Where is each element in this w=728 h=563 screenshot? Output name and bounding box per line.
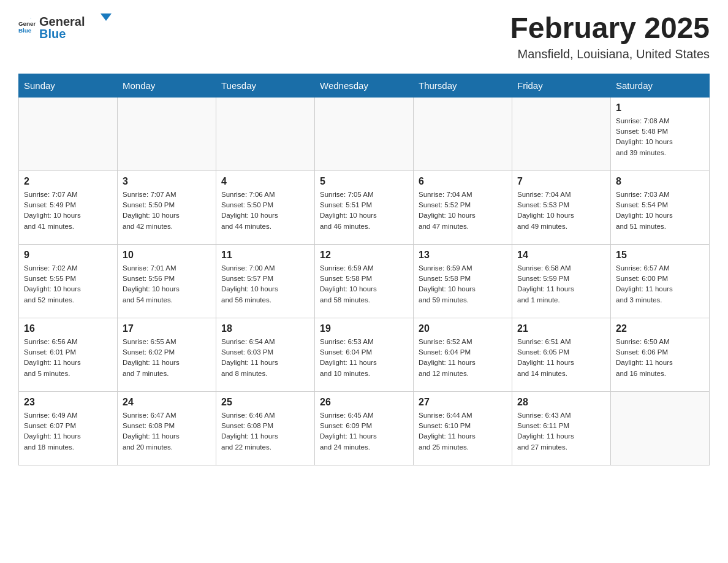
day-info: Sunrise: 7:00 AM Sunset: 5:57 PM Dayligh… bbox=[221, 263, 309, 305]
day-info: Sunrise: 6:45 AM Sunset: 6:09 PM Dayligh… bbox=[320, 410, 408, 453]
day-cell bbox=[512, 97, 611, 170]
svg-text:General: General bbox=[18, 20, 36, 26]
svg-text:Blue: Blue bbox=[39, 27, 66, 40]
page-header: General Blue General Blue February 2025 … bbox=[18, 12, 710, 61]
day-cell: 2Sunrise: 7:07 AM Sunset: 5:49 PM Daylig… bbox=[19, 170, 118, 244]
day-info: Sunrise: 7:05 AM Sunset: 5:51 PM Dayligh… bbox=[320, 190, 408, 232]
location: Mansfield, Louisiana, United States bbox=[510, 47, 710, 61]
day-number: 24 bbox=[123, 397, 211, 408]
col-tuesday: Tuesday bbox=[216, 74, 315, 97]
logo: General Blue General Blue bbox=[18, 12, 119, 40]
day-cell: 14Sunrise: 6:58 AM Sunset: 5:59 PM Dayli… bbox=[512, 244, 611, 318]
day-info: Sunrise: 6:43 AM Sunset: 6:11 PM Dayligh… bbox=[517, 410, 605, 453]
day-cell: 12Sunrise: 6:59 AM Sunset: 5:58 PM Dayli… bbox=[315, 244, 414, 318]
day-number: 12 bbox=[320, 250, 408, 261]
day-cell: 4Sunrise: 7:06 AM Sunset: 5:50 PM Daylig… bbox=[216, 170, 315, 244]
day-number: 5 bbox=[320, 176, 408, 187]
day-info: Sunrise: 6:53 AM Sunset: 6:04 PM Dayligh… bbox=[320, 337, 408, 379]
calendar-table: Sunday Monday Tuesday Wednesday Thursday… bbox=[18, 74, 710, 465]
day-info: Sunrise: 7:06 AM Sunset: 5:50 PM Dayligh… bbox=[221, 190, 309, 232]
day-info: Sunrise: 7:01 AM Sunset: 5:56 PM Dayligh… bbox=[123, 263, 211, 305]
day-info: Sunrise: 6:52 AM Sunset: 6:04 PM Dayligh… bbox=[419, 337, 507, 379]
logo-icon: General Blue bbox=[18, 18, 36, 35]
day-info: Sunrise: 6:47 AM Sunset: 6:08 PM Dayligh… bbox=[123, 410, 211, 453]
day-cell: 1Sunrise: 7:08 AM Sunset: 5:48 PM Daylig… bbox=[611, 97, 710, 170]
day-cell: 15Sunrise: 6:57 AM Sunset: 6:00 PM Dayli… bbox=[611, 244, 710, 318]
day-info: Sunrise: 6:59 AM Sunset: 5:58 PM Dayligh… bbox=[320, 263, 408, 305]
day-info: Sunrise: 6:51 AM Sunset: 6:05 PM Dayligh… bbox=[517, 337, 605, 379]
day-info: Sunrise: 6:44 AM Sunset: 6:10 PM Dayligh… bbox=[419, 410, 507, 453]
day-cell bbox=[315, 97, 414, 170]
col-monday: Monday bbox=[118, 74, 216, 97]
day-number: 9 bbox=[24, 250, 112, 261]
day-info: Sunrise: 7:07 AM Sunset: 5:50 PM Dayligh… bbox=[123, 190, 211, 232]
day-info: Sunrise: 7:08 AM Sunset: 5:48 PM Dayligh… bbox=[616, 116, 704, 158]
svg-marker-4 bbox=[100, 13, 112, 21]
day-cell bbox=[414, 97, 512, 170]
day-cell: 5Sunrise: 7:05 AM Sunset: 5:51 PM Daylig… bbox=[315, 170, 414, 244]
day-info: Sunrise: 6:58 AM Sunset: 5:59 PM Dayligh… bbox=[517, 263, 605, 305]
day-number: 28 bbox=[517, 397, 605, 408]
svg-text:Blue: Blue bbox=[18, 26, 32, 33]
day-number: 18 bbox=[221, 323, 309, 334]
week-row-2: 9Sunrise: 7:02 AM Sunset: 5:55 PM Daylig… bbox=[19, 244, 710, 318]
day-cell bbox=[611, 391, 710, 465]
day-cell: 28Sunrise: 6:43 AM Sunset: 6:11 PM Dayli… bbox=[512, 391, 611, 465]
day-cell: 10Sunrise: 7:01 AM Sunset: 5:56 PM Dayli… bbox=[118, 244, 216, 318]
day-number: 27 bbox=[419, 397, 507, 408]
day-info: Sunrise: 6:50 AM Sunset: 6:06 PM Dayligh… bbox=[616, 337, 704, 379]
week-row-3: 16Sunrise: 6:56 AM Sunset: 6:01 PM Dayli… bbox=[19, 318, 710, 391]
day-cell: 21Sunrise: 6:51 AM Sunset: 6:05 PM Dayli… bbox=[512, 318, 611, 391]
day-number: 23 bbox=[24, 397, 112, 408]
day-cell: 22Sunrise: 6:50 AM Sunset: 6:06 PM Dayli… bbox=[611, 318, 710, 391]
day-cell: 16Sunrise: 6:56 AM Sunset: 6:01 PM Dayli… bbox=[19, 318, 118, 391]
day-cell: 26Sunrise: 6:45 AM Sunset: 6:09 PM Dayli… bbox=[315, 391, 414, 465]
col-thursday: Thursday bbox=[414, 74, 512, 97]
day-cell: 18Sunrise: 6:54 AM Sunset: 6:03 PM Dayli… bbox=[216, 318, 315, 391]
header-row: Sunday Monday Tuesday Wednesday Thursday… bbox=[19, 74, 710, 97]
day-number: 13 bbox=[419, 250, 507, 261]
svg-marker-2 bbox=[30, 18, 32, 18]
day-info: Sunrise: 7:03 AM Sunset: 5:54 PM Dayligh… bbox=[616, 190, 704, 232]
day-cell: 19Sunrise: 6:53 AM Sunset: 6:04 PM Dayli… bbox=[315, 318, 414, 391]
week-row-0: 1Sunrise: 7:08 AM Sunset: 5:48 PM Daylig… bbox=[19, 97, 710, 170]
day-info: Sunrise: 6:59 AM Sunset: 5:58 PM Dayligh… bbox=[419, 263, 507, 305]
day-cell: 17Sunrise: 6:55 AM Sunset: 6:02 PM Dayli… bbox=[118, 318, 216, 391]
day-cell bbox=[19, 97, 118, 170]
day-cell: 27Sunrise: 6:44 AM Sunset: 6:10 PM Dayli… bbox=[414, 391, 512, 465]
svg-text:General: General bbox=[39, 15, 85, 28]
day-number: 16 bbox=[24, 323, 112, 334]
day-cell: 3Sunrise: 7:07 AM Sunset: 5:50 PM Daylig… bbox=[118, 170, 216, 244]
day-cell: 23Sunrise: 6:49 AM Sunset: 6:07 PM Dayli… bbox=[19, 391, 118, 465]
day-number: 26 bbox=[320, 397, 408, 408]
day-cell: 8Sunrise: 7:03 AM Sunset: 5:54 PM Daylig… bbox=[611, 170, 710, 244]
week-row-1: 2Sunrise: 7:07 AM Sunset: 5:49 PM Daylig… bbox=[19, 170, 710, 244]
day-info: Sunrise: 6:46 AM Sunset: 6:08 PM Dayligh… bbox=[221, 410, 309, 453]
col-wednesday: Wednesday bbox=[315, 74, 414, 97]
title-block: February 2025 Mansfield, Louisiana, Unit… bbox=[510, 12, 710, 61]
day-number: 21 bbox=[517, 323, 605, 334]
day-cell: 13Sunrise: 6:59 AM Sunset: 5:58 PM Dayli… bbox=[414, 244, 512, 318]
day-cell bbox=[216, 97, 315, 170]
day-info: Sunrise: 6:56 AM Sunset: 6:01 PM Dayligh… bbox=[24, 337, 112, 379]
day-cell: 11Sunrise: 7:00 AM Sunset: 5:57 PM Dayli… bbox=[216, 244, 315, 318]
day-info: Sunrise: 6:54 AM Sunset: 6:03 PM Dayligh… bbox=[221, 337, 309, 379]
day-number: 6 bbox=[419, 176, 507, 187]
day-info: Sunrise: 7:04 AM Sunset: 5:52 PM Dayligh… bbox=[419, 190, 507, 232]
day-number: 22 bbox=[616, 323, 704, 334]
day-info: Sunrise: 6:49 AM Sunset: 6:07 PM Dayligh… bbox=[24, 410, 112, 453]
col-sunday: Sunday bbox=[19, 74, 118, 97]
logo-graphic: General Blue bbox=[39, 12, 119, 40]
day-number: 10 bbox=[123, 250, 211, 261]
day-number: 25 bbox=[221, 397, 309, 408]
day-info: Sunrise: 7:02 AM Sunset: 5:55 PM Dayligh… bbox=[24, 263, 112, 305]
day-number: 11 bbox=[221, 250, 309, 261]
day-cell: 20Sunrise: 6:52 AM Sunset: 6:04 PM Dayli… bbox=[414, 318, 512, 391]
day-cell: 6Sunrise: 7:04 AM Sunset: 5:52 PM Daylig… bbox=[414, 170, 512, 244]
day-number: 4 bbox=[221, 176, 309, 187]
day-number: 20 bbox=[419, 323, 507, 334]
day-number: 15 bbox=[616, 250, 704, 261]
col-saturday: Saturday bbox=[611, 74, 710, 97]
day-info: Sunrise: 6:55 AM Sunset: 6:02 PM Dayligh… bbox=[123, 337, 211, 379]
day-info: Sunrise: 6:57 AM Sunset: 6:00 PM Dayligh… bbox=[616, 263, 704, 305]
